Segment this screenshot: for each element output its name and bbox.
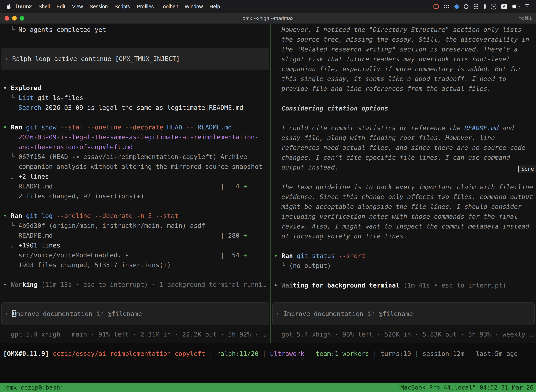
terminal-line: essay file, along with finding root file…: [271, 133, 536, 143]
menu-scripts[interactable]: Scripts: [115, 4, 130, 9]
terminal-line: … +2 lines: [0, 172, 270, 182]
terminal-line: [271, 172, 536, 182]
terminal-line: evidence. Since this change only affects…: [271, 192, 536, 202]
tmux-status-bar: [omx-cczip0:bash* "MacBook-Pro-44.local"…: [0, 383, 536, 392]
menu-toolbelt[interactable]: Toolbelt: [160, 4, 178, 9]
menubar-items: iTerm2ShellEditViewSessionScriptsProfile…: [15, 4, 220, 9]
gauge-icon[interactable]: .61: [491, 4, 496, 9]
tmux-session-window: [omx-cczip0:bash*: [2, 384, 64, 391]
terminal-line: • Working (11m 13s • esc to interrupt) ·…: [0, 280, 270, 289]
dots-grid-icon[interactable]: [474, 4, 479, 9]
apple-menu-icon[interactable]: [6, 4, 11, 9]
macos-menubar: iTerm2ShellEditViewSessionScriptsProfile…: [0, 0, 536, 13]
terminal-line: └ (no output): [271, 261, 536, 271]
terminal-line: └ List git ls-files: [0, 93, 270, 103]
tmux-host-clock: "MacBook-Pro-44.local" 04:52 31-Mar-26: [397, 384, 534, 391]
terminal-line: [0, 73, 270, 83]
terminal-line: Considering citation options: [271, 103, 536, 113]
terminal-line: └ 4b9d30f (origin/main, instructkr/main,…: [0, 221, 270, 231]
terminal-line: [271, 271, 536, 280]
keyboard-layout-icon[interactable]: A: [501, 4, 507, 9]
terminal-line: • Waiting for background terminal (1m 41…: [271, 280, 536, 290]
terminal-line: references need actual files, and since …: [271, 143, 536, 153]
terminal-line: output instead.: [271, 163, 536, 172]
prompt-input-left[interactable]: › Improve documentation in @filename: [1, 303, 269, 325]
screen-recording-icon[interactable]: [433, 5, 439, 9]
bartender-icon[interactable]: [444, 4, 450, 9]
terminal-line: [0, 35, 270, 44]
omx-status-zone: [OMX#0.11.9] cczip/essay/ai-reimplementa…: [0, 343, 536, 383]
menu-session[interactable]: Session: [90, 4, 108, 9]
pane-right[interactable]: However, I noticed the "Directory Struct…: [271, 24, 536, 343]
terminal-line: Search 2026-03-09-is-legal-the-same-as-l…: [0, 103, 270, 112]
pane-left[interactable]: └ No agents completed yet› Ralph loop ac…: [0, 24, 270, 343]
terminal-line: [271, 241, 536, 251]
terminal-line: changes, I can’t cite specific file line…: [271, 153, 536, 163]
window-titlebar: omx --xhigh --madmax ⌥⌘1: [0, 13, 536, 24]
terminal-line: • Ran git show --stat --oneline --decora…: [0, 122, 270, 132]
terminal-line: this single essay, it seems like a good …: [271, 74, 536, 84]
adguard-icon[interactable]: [464, 4, 469, 9]
wifi-icon[interactable]: [524, 4, 530, 9]
terminal-line: I could cite commit statistics or refere…: [271, 123, 536, 133]
terminal-line: └ 067f154 (HEAD -> essay/ai-reimplementa…: [0, 152, 270, 162]
terminal-line: • Ran git status --short: [271, 251, 536, 261]
menu-window[interactable]: Window: [185, 4, 203, 9]
menu-profiles[interactable]: Profiles: [137, 4, 154, 9]
terminal-line: the source tree, missing the essay. Stil…: [271, 35, 536, 44]
menubar-status-icons: .61A: [433, 4, 531, 9]
menu-help[interactable]: Help: [210, 4, 220, 9]
terminal: └ No agents completed yet› Ralph loop ac…: [0, 24, 536, 392]
terminal-line: and-the-erosion-of-copyleft.md: [0, 142, 270, 152]
terminal-line: [0, 270, 270, 280]
terminal-line: 1903 files changed, 513517 insertions(+): [0, 260, 270, 270]
terminal-line: provide file and line references from th…: [271, 84, 536, 93]
window-title: omx --xhigh --madmax: [0, 15, 536, 21]
screen: iTerm2ShellEditViewSessionScriptsProfile…: [0, 0, 536, 392]
key-icon[interactable]: [483, 4, 486, 9]
terminal-line: [0, 112, 270, 122]
terminal-line: README.md | 280 +: [0, 231, 270, 240]
pane-left-scrollback: └ No agents completed yet› Ralph loop ac…: [0, 25, 270, 289]
tmux-panes: └ No agents completed yet› Ralph loop ac…: [0, 24, 536, 343]
terminal-line: the "Related research writing" section i…: [271, 44, 536, 54]
terminal-line: companion analysis without altering the …: [0, 162, 270, 172]
terminal-line: [0, 201, 270, 211]
terminal-line: The team guideline is to back every impo…: [271, 182, 536, 192]
terminal-line: might be acceptable alongside the file l…: [271, 202, 536, 212]
terminal-line: However, I noticed the "Directory Struct…: [271, 25, 536, 35]
menu-edit[interactable]: Edit: [57, 4, 65, 9]
terminal-line: [271, 93, 536, 103]
model-status-left: gpt-5.4 xhigh · main · 91% left · 2.31M …: [0, 330, 270, 339]
terminal-line: of focusing solely on file lines.: [271, 231, 536, 241]
window-shortcut-hint: ⌥⌘1: [519, 15, 536, 21]
queued-message-box: › Ralph loop active continue [OMX_TMUX_I…: [1, 48, 269, 70]
queued-message-line: › Ralph loop active continue [OMX_TMUX_I…: [3, 54, 267, 64]
menu-view[interactable]: View: [72, 4, 83, 9]
model-status-right: gpt-5.4 xhigh · 96% left · 520K in · 5.8…: [271, 330, 536, 339]
terminal-line: slight risk that future readers may over…: [271, 54, 536, 64]
terminal-line: • Explored: [0, 83, 270, 93]
terminal-line: review. Also, I might want to inspect th…: [271, 221, 536, 231]
menu-shell[interactable]: Shell: [38, 4, 50, 9]
terminal-line: companion file, especially if more comme…: [271, 64, 536, 74]
terminal-line: … +1901 lines: [0, 240, 270, 250]
pane-right-scrollback: However, I noticed the "Directory Struct…: [271, 25, 536, 290]
terminal-line: 2 files changed, 92 insertions(+): [0, 191, 270, 201]
colorpicker-icon[interactable]: [455, 5, 459, 9]
omx-status-line: [OMX#0.11.9] cczip/essay/ai-reimplementa…: [0, 349, 536, 359]
battery-icon[interactable]: [512, 5, 519, 9]
terminal-line: 2026-03-09-is-legal-the-same-as-legitima…: [0, 132, 270, 142]
terminal-line: └ No agents completed yet: [0, 25, 270, 35]
terminal-line: [271, 113, 536, 123]
prompt-input-right[interactable]: › Improve documentation in @filename: [273, 303, 535, 325]
screen-edge-popup[interactable]: Scre: [518, 165, 536, 173]
terminal-line: including verification notes with those …: [271, 212, 536, 221]
menu-iterm2[interactable]: iTerm2: [15, 4, 32, 9]
terminal-line: README.md | 4 +: [0, 182, 270, 191]
terminal-line: • Ran git log --oneline --decorate -n 5 …: [0, 211, 270, 221]
terminal-line: src/voice/voiceModeEnabled.ts | 54 +: [0, 250, 270, 260]
